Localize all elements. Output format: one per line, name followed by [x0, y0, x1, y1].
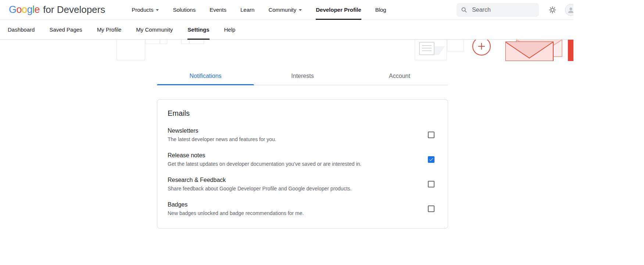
banner-red-strip: [568, 40, 573, 61]
badges-checkbox[interactable]: [428, 205, 434, 212]
logo-letter: o: [17, 4, 22, 15]
tab-account[interactable]: Account: [351, 68, 448, 85]
grid-square-decoration: [145, 40, 160, 44]
plus-circle-icon: [472, 40, 491, 56]
logo-letter: o: [22, 4, 27, 15]
nav-item-developer-profile[interactable]: Developer Profile: [316, 0, 361, 20]
subnav-label: Saved Pages: [49, 26, 82, 33]
setting-title: Research & Feedback: [168, 176, 351, 185]
nav-label: Community: [268, 7, 296, 13]
nav-item-solutions[interactable]: Solutions: [173, 0, 196, 20]
avatar[interactable]: [565, 4, 573, 16]
theme-toggle-button[interactable]: [548, 6, 557, 14]
setting-description: The latest developer news and features f…: [168, 135, 276, 143]
grid-square-decoration: [447, 40, 464, 51]
subnav-item-saved-pages[interactable]: Saved Pages: [49, 20, 82, 40]
grid-square-decoration: [189, 40, 204, 44]
nav-item-events[interactable]: Events: [210, 0, 226, 20]
setting-title: Badges: [168, 200, 304, 209]
search-box[interactable]: [457, 3, 539, 17]
profile-subnav: Dashboard Saved Pages My Profile My Comm…: [0, 20, 573, 40]
newsletters-checkbox[interactable]: [428, 132, 434, 138]
nav-item-community[interactable]: Community: [268, 0, 302, 20]
logo-suffix: for Developers: [43, 4, 105, 15]
sun-icon: [548, 6, 557, 14]
subnav-label: Settings: [187, 26, 209, 33]
logo-letter: e: [35, 4, 40, 15]
grid-square-decoration: [160, 40, 167, 44]
tab-label: Interests: [291, 73, 314, 79]
settings-tabs: Notifications Interests Account: [157, 68, 448, 85]
grid-square-decoration: [181, 40, 189, 44]
logo-letter: g: [27, 4, 33, 15]
grid-square-decoration: [117, 40, 145, 60]
nav-item-learn[interactable]: Learn: [240, 0, 254, 20]
settings-content: Notifications Interests Account Emails N…: [157, 68, 448, 229]
nav-item-blog[interactable]: Blog: [375, 0, 386, 20]
nav-label: Developer Profile: [316, 7, 361, 13]
envelope-illustration: [505, 40, 568, 61]
saved-page-illustration: [419, 42, 434, 55]
tab-interests[interactable]: Interests: [254, 68, 351, 85]
setting-description: Get the latest updates on developer docu…: [168, 160, 361, 168]
chevron-down-icon: [299, 9, 302, 11]
setting-row-newsletters: Newsletters The latest developer news an…: [168, 126, 437, 143]
tab-label: Account: [389, 73, 410, 79]
subnav-label: Dashboard: [8, 26, 35, 33]
subnav-item-my-community[interactable]: My Community: [136, 20, 173, 40]
chevron-down-icon: [156, 9, 159, 11]
setting-title: Newsletters: [168, 126, 276, 135]
checkmark-icon: [429, 157, 434, 162]
search-icon: [461, 6, 467, 14]
nav-label: Solutions: [173, 7, 196, 13]
setting-description: New badges unlocked and badge recommenda…: [168, 209, 304, 217]
nav-item-products[interactable]: Products: [132, 0, 159, 20]
person-icon: [567, 6, 573, 14]
setting-description: Share feedback about Google Developer Pr…: [168, 185, 351, 193]
release-notes-checkbox[interactable]: [428, 156, 434, 163]
page: G o o g l e for Developers Products Solu…: [0, 0, 573, 265]
logo-letter: G: [9, 4, 17, 15]
tab-label: Notifications: [189, 73, 221, 79]
setting-row-release-notes: Release notes Get the latest updates on …: [168, 151, 437, 168]
emails-card: Emails Newsletters The latest developer …: [157, 99, 448, 229]
research-feedback-checkbox[interactable]: [428, 181, 434, 187]
top-header: G o o g l e for Developers Products Solu…: [0, 0, 573, 20]
subnav-label: My Community: [136, 26, 173, 33]
google-for-developers-logo[interactable]: G o o g l e for Developers: [9, 4, 105, 15]
setting-row-research-feedback: Research & Feedback Share feedback about…: [168, 176, 437, 193]
subnav-item-dashboard[interactable]: Dashboard: [8, 20, 35, 40]
subnav-item-help[interactable]: Help: [224, 20, 236, 40]
main-nav: Products Solutions Events Learn Communit…: [132, 0, 386, 20]
tab-notifications[interactable]: Notifications: [157, 68, 254, 85]
setting-title: Release notes: [168, 151, 361, 160]
subnav-item-my-profile[interactable]: My Profile: [97, 20, 122, 40]
setting-row-badges: Badges New badges unlocked and badge rec…: [168, 200, 437, 217]
card-title: Emails: [168, 109, 437, 118]
subnav-item-settings[interactable]: Settings: [187, 20, 209, 40]
nav-label: Blog: [375, 7, 386, 13]
subnav-label: My Profile: [97, 26, 122, 33]
topbar-right: [457, 3, 573, 17]
banner-decoration: [0, 40, 573, 61]
search-input[interactable]: [471, 6, 534, 14]
nav-label: Products: [132, 7, 153, 13]
nav-label: Learn: [240, 7, 254, 13]
nav-label: Events: [210, 7, 226, 13]
subnav-label: Help: [224, 26, 236, 33]
